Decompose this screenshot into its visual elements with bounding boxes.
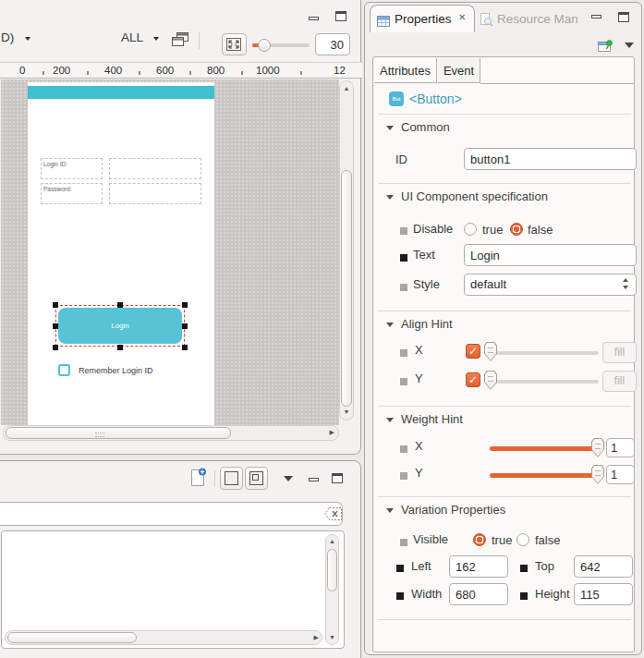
selection-handle[interactable] <box>117 345 123 350</box>
height-input[interactable] <box>574 583 633 605</box>
cascade-windows-icon[interactable] <box>172 32 189 52</box>
width-input[interactable] <box>449 583 508 605</box>
selection-handle[interactable] <box>53 302 58 308</box>
align-y-slider-thumb[interactable] <box>484 371 497 390</box>
scroll-up-icon[interactable]: ▲ <box>326 536 338 547</box>
palette-horizontal-scrollbar[interactable]: ▶ <box>5 630 322 645</box>
collapse-icon[interactable] <box>386 126 394 130</box>
tab-properties[interactable]: Properties ✕ <box>370 5 475 32</box>
disable-false-radio[interactable] <box>510 223 523 236</box>
disable-true-radio[interactable] <box>464 223 477 236</box>
zoom-slider-thumb[interactable] <box>258 39 271 52</box>
fit-to-screen-button[interactable] <box>222 33 247 55</box>
phone-header-bar[interactable] <box>28 86 214 99</box>
section-title-ui-spec[interactable]: UI Component specification <box>401 189 548 203</box>
weight-y-slider-track[interactable] <box>490 473 602 478</box>
align-y-slider-track[interactable] <box>486 380 599 384</box>
view-menu-icon[interactable] <box>625 43 634 48</box>
tab-event[interactable]: Event <box>438 58 480 83</box>
selection-handle[interactable] <box>182 302 188 308</box>
maximize-icon[interactable] <box>618 12 629 22</box>
collapse-icon[interactable] <box>386 323 394 327</box>
weight-x-input[interactable] <box>606 438 635 457</box>
section-title-common[interactable]: Common <box>401 120 450 134</box>
align-x-checkbox[interactable]: ✓ <box>466 344 480 359</box>
tab-attributes[interactable]: Attributes <box>374 58 437 83</box>
left-input[interactable] <box>449 555 508 578</box>
section-title-variation[interactable]: Variation Properties <box>401 503 505 517</box>
scroll-up-icon[interactable]: ▲ <box>340 83 353 94</box>
scroll-right-icon[interactable]: ▶ <box>330 427 334 438</box>
section-title-align-hint[interactable]: Align Hint <box>401 317 453 331</box>
device-dropdown[interactable]: D) <box>1 30 14 44</box>
top-input[interactable] <box>574 555 633 578</box>
chevron-down-icon[interactable] <box>153 37 159 41</box>
text-input[interactable] <box>464 244 637 266</box>
chevron-down-icon[interactable] <box>25 37 30 41</box>
style-combobox[interactable]: default <box>464 274 637 296</box>
collapse-icon[interactable] <box>386 508 394 513</box>
button-widget-icon: But <box>389 91 404 106</box>
password-label-widget[interactable]: Password: <box>41 183 103 204</box>
tab-resource-manager[interactable]: Resource Man <box>478 7 589 31</box>
scrollbar-thumb[interactable] <box>7 632 137 643</box>
selection-handle[interactable] <box>53 323 58 329</box>
align-x-slider-thumb[interactable] <box>484 342 497 361</box>
scroll-down-icon[interactable]: ▼ <box>326 632 338 643</box>
canvas-vertical-scrollbar[interactable]: ▲ ▼ <box>339 80 354 420</box>
visible-false-radio[interactable] <box>516 533 529 546</box>
align-y-checkbox[interactable]: ✓ <box>466 372 480 387</box>
style-label: Style <box>413 277 440 291</box>
pin-view-icon[interactable] <box>598 38 614 57</box>
view-menu-icon[interactable] <box>284 476 293 481</box>
weight-y-input[interactable] <box>606 465 635 484</box>
show-nested-outline-button[interactable] <box>245 467 268 490</box>
close-icon[interactable]: ✕ <box>458 12 466 22</box>
scroll-down-icon[interactable]: ▼ <box>340 407 353 418</box>
collapse-icon[interactable] <box>386 418 394 422</box>
section-title-weight-hint[interactable]: Weight Hint <box>401 412 463 426</box>
scrollbar-thumb[interactable] <box>327 549 337 591</box>
filter-input[interactable] <box>0 502 343 526</box>
palette-list-area[interactable]: ▲ ▼ ▶ <box>1 530 345 649</box>
minimize-icon[interactable] <box>591 15 601 18</box>
login-id-label-widget[interactable]: Login ID: <box>41 158 103 179</box>
id-input[interactable] <box>464 148 637 170</box>
collapse-icon[interactable] <box>386 195 394 200</box>
login-button-widget[interactable]: Login <box>58 308 182 344</box>
align-x-slider-track[interactable] <box>486 351 599 355</box>
visible-true-radio[interactable] <box>473 533 486 546</box>
palette-vertical-scrollbar[interactable]: ▲ ▼ <box>325 534 339 645</box>
selection-rect[interactable]: Login <box>55 305 185 347</box>
selection-handle[interactable] <box>53 345 58 350</box>
selection-handle[interactable] <box>182 323 188 329</box>
password-entry-widget[interactable] <box>109 183 201 204</box>
maximize-icon[interactable] <box>335 11 346 21</box>
weight-y-slider-thumb[interactable] <box>591 465 604 484</box>
phone-screen[interactable]: Login ID: Password: Login <box>28 82 214 425</box>
scrollbar-thumb[interactable] <box>341 170 352 407</box>
show-outline-button[interactable] <box>220 467 243 490</box>
minimize-icon[interactable] <box>309 478 319 481</box>
new-item-icon[interactable] <box>190 468 207 491</box>
ruler-minor-tick <box>139 71 140 75</box>
remember-checkbox-widget[interactable] <box>58 364 70 376</box>
align-y-label: Y <box>415 372 423 385</box>
scrollbar-thumb[interactable] <box>6 427 231 439</box>
design-canvas[interactable]: Login ID: Password: Login <box>1 79 339 425</box>
clear-input-icon[interactable] <box>324 507 342 524</box>
scroll-right-icon[interactable]: ▶ <box>314 632 319 643</box>
selection-handle[interactable] <box>117 302 123 308</box>
zoom-value-input[interactable] <box>315 33 350 55</box>
login-id-entry-widget[interactable] <box>109 158 201 179</box>
weight-x-slider-track[interactable] <box>490 446 602 451</box>
selection-handle[interactable] <box>182 345 188 350</box>
spinner-down-icon[interactable] <box>623 286 628 289</box>
filter-dropdown[interactable]: ALL <box>121 30 143 44</box>
maximize-icon[interactable] <box>332 473 343 483</box>
minimize-icon[interactable] <box>309 17 319 20</box>
canvas-horizontal-scrollbar[interactable]: ▶ <box>3 425 339 441</box>
ruler-tick-label: 400 <box>104 65 122 76</box>
spinner-up-icon[interactable] <box>623 278 628 282</box>
weight-x-slider-thumb[interactable] <box>591 438 604 457</box>
